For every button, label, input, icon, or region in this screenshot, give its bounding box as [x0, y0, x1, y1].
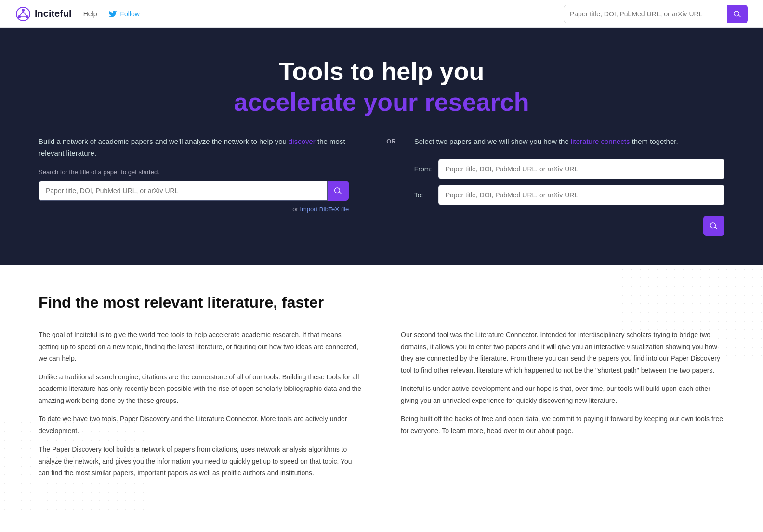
hero-right-desc2: them together. — [630, 137, 678, 145]
hero-title: Tools to help you — [39, 57, 724, 86]
content-right-para2: Inciteful is under active development an… — [401, 383, 724, 406]
hero-discover-highlight: discover — [289, 137, 316, 145]
logo-icon — [15, 6, 31, 22]
content-right-para3: Being built off the backs of free and op… — [401, 413, 724, 437]
follow-link[interactable]: Follow — [108, 10, 139, 18]
hero-left-search-button[interactable] — [328, 181, 349, 201]
hero-section: Tools to help you accelerate your resear… — [0, 28, 763, 265]
hero-import-prefix: or — [292, 206, 300, 213]
hero-import-text: or Import BibTeX file — [39, 206, 349, 213]
nav-search-button[interactable] — [727, 5, 748, 23]
hero-left-panel: Build a network of academic papers and w… — [39, 136, 378, 213]
svg-line-5 — [23, 12, 26, 16]
content-section: Find the most relevant literature, faste… — [0, 265, 763, 515]
content-left-para4: The Paper Discovery tool builds a networ… — [39, 443, 362, 479]
logo-text: Inciteful — [35, 8, 72, 19]
from-label: From: — [414, 165, 438, 173]
content-right-col: Our second tool was the Literature Conne… — [401, 329, 724, 486]
hero-right-desc: Select two papers and we will show you h… — [414, 136, 724, 147]
nav-search-input[interactable] — [564, 5, 727, 23]
hero-right-panel: Select two papers and we will show you h… — [405, 136, 724, 236]
hero-right-search-button[interactable] — [703, 216, 724, 236]
or-label: OR — [382, 136, 400, 147]
content-left-para2: Unlike a traditional search engine, cita… — [39, 371, 362, 407]
content-right-para1: Our second tool was the Literature Conne… — [401, 329, 724, 376]
hero-from-input[interactable] — [438, 159, 724, 179]
search-icon — [734, 10, 741, 18]
hero-lit-connect-highlight: literature connects — [571, 137, 630, 145]
search-icon — [710, 222, 718, 230]
navbar: Inciteful Help Follow — [0, 0, 763, 28]
content-left-col: The goal of Inciteful is to give the wor… — [39, 329, 362, 486]
twitter-icon — [108, 10, 117, 18]
hero-left-search-input[interactable] — [39, 181, 328, 201]
search-icon — [334, 187, 342, 195]
content-columns: The goal of Inciteful is to give the wor… — [39, 329, 724, 486]
help-link[interactable]: Help — [83, 10, 97, 18]
nav-search-wrap — [564, 5, 748, 23]
hero-import-link[interactable]: Import BibTeX file — [300, 206, 349, 213]
hero-from-row: From: — [414, 159, 724, 179]
logo-link[interactable]: Inciteful — [15, 6, 72, 22]
hero-to-input[interactable] — [438, 185, 724, 205]
content-left-para3: To date we have two tools. Paper Discove… — [39, 413, 362, 437]
hero-left-desc: Build a network of academic papers and w… — [39, 136, 349, 159]
follow-label: Follow — [120, 10, 139, 18]
content-title: Find the most relevant literature, faste… — [39, 294, 724, 311]
hero-or-divider: OR — [378, 136, 405, 147]
hero-left-desc-text1: Build a network of academic papers and w… — [39, 137, 289, 145]
svg-point-1 — [22, 9, 25, 12]
content-left-para1: The goal of Inciteful is to give the wor… — [39, 329, 362, 364]
hero-left-search-row — [39, 181, 349, 201]
svg-line-4 — [20, 12, 23, 16]
hero-to-row: To: — [414, 185, 724, 205]
to-label: To: — [414, 191, 438, 199]
hero-left-search-label: Search for the title of a paper to get s… — [39, 169, 349, 176]
hero-subtitle: accelerate your research — [39, 88, 724, 117]
hero-right-desc1: Select two papers and we will show you h… — [414, 137, 571, 145]
